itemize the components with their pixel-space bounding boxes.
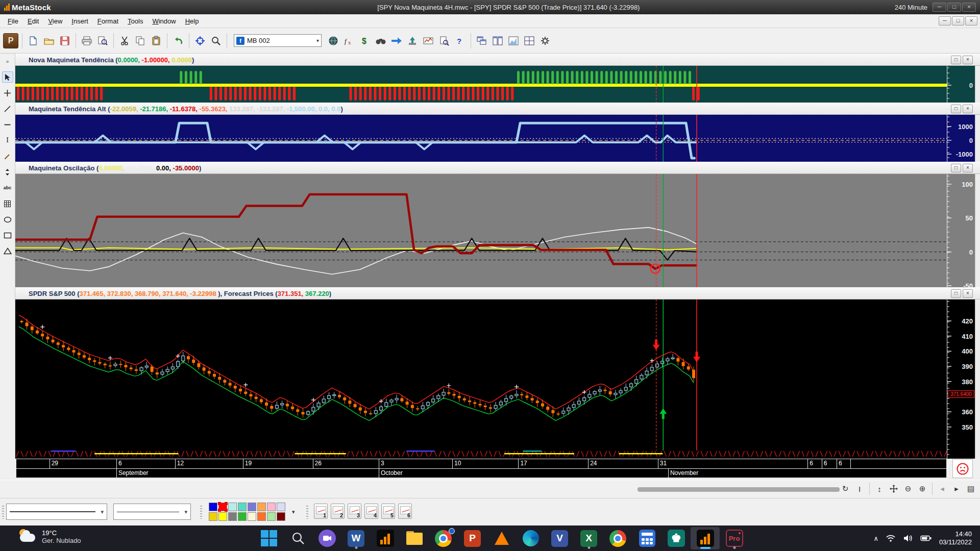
downloader-icon[interactable]	[421, 34, 435, 48]
prev-button[interactable]: ◂	[936, 482, 948, 495]
line-weight-select[interactable]: ▾	[113, 504, 191, 520]
tool-pencil[interactable]	[2, 151, 13, 162]
tool-pointer[interactable]	[2, 71, 13, 83]
chart-layout-button-4[interactable]: 4	[364, 504, 378, 519]
taskbar-excel-icon[interactable]: X	[574, 527, 603, 549]
mdi-restore-button[interactable]: □	[952, 16, 964, 26]
color-swatch[interactable]	[248, 503, 256, 511]
power-console-button[interactable]: P	[3, 33, 18, 48]
taskbar-metastock-icon[interactable]	[371, 527, 400, 549]
color-swatch[interactable]	[209, 512, 217, 521]
crosshair-pointer-icon[interactable]	[193, 34, 207, 48]
refresh-button[interactable]: ↻	[839, 482, 851, 495]
panel-p4-restore-button[interactable]: □	[951, 289, 961, 298]
mdi-minimize-button[interactable]: ─	[939, 16, 951, 26]
dollar-scan-icon[interactable]: $	[358, 34, 372, 48]
tool-grid[interactable]	[2, 198, 13, 209]
taskbar-start-icon[interactable]	[254, 527, 283, 549]
panel-p2-close-button[interactable]: ×	[963, 105, 973, 113]
panel-p1-close-button[interactable]: ×	[963, 56, 973, 64]
clock-widget[interactable]: 14:40 03/11/2022	[939, 530, 972, 546]
new-chart-icon[interactable]	[26, 34, 40, 48]
color-swatch[interactable]	[238, 503, 247, 511]
explorer-globe-icon[interactable]	[326, 34, 340, 48]
tool-rectangle[interactable]	[2, 230, 13, 241]
color-swatch[interactable]	[218, 503, 227, 511]
taskbar-visio-icon[interactable]: V	[545, 527, 574, 549]
paste-icon[interactable]	[149, 34, 163, 48]
weather-widget[interactable]: 19°C Ger. Nublado	[18, 528, 81, 545]
taskbar-vlc-icon[interactable]	[487, 527, 516, 549]
taskbar-metastock-active-icon[interactable]	[691, 527, 720, 549]
taskbar-chrome-icon[interactable]	[429, 527, 458, 549]
v-resize-button[interactable]: ↕	[873, 482, 886, 495]
tool-text-abc[interactable]: abc	[2, 182, 13, 193]
settings-gear-icon[interactable]	[538, 34, 552, 48]
taskbar-word-icon[interactable]: W	[341, 527, 371, 549]
close-button[interactable]: ×	[962, 3, 976, 12]
panel-p2-restore-button[interactable]: □	[951, 105, 961, 113]
chart-p4[interactable]	[15, 299, 947, 459]
toolbar-grip[interactable]	[306, 506, 308, 519]
taskbar-camera-app-icon[interactable]	[312, 527, 341, 549]
tool-crosshair[interactable]	[2, 87, 13, 98]
panel-p3-restore-button[interactable]: □	[951, 164, 961, 172]
color-swatch[interactable]	[257, 503, 266, 511]
toolbar-grip[interactable]	[200, 506, 202, 519]
minimize-button[interactable]: ─	[933, 3, 946, 12]
tile-windows-icon[interactable]	[491, 34, 505, 48]
menu-format[interactable]: Format	[93, 15, 123, 27]
color-swatch[interactable]	[228, 512, 237, 521]
menu-list-button[interactable]: ▤	[965, 482, 977, 495]
menu-help[interactable]: Help	[181, 15, 204, 27]
color-swatch[interactable]	[277, 512, 285, 521]
tray-chevron-up-icon[interactable]: ∧	[873, 535, 878, 542]
chart-p2[interactable]	[15, 115, 947, 162]
help-pointer-icon[interactable]: ?	[453, 34, 467, 48]
zoom-tool-icon[interactable]	[209, 34, 223, 48]
chart-p1[interactable]	[15, 66, 947, 103]
toolbar-grip[interactable]	[2, 506, 4, 519]
tool-overflow-chevrons[interactable]: »	[2, 56, 13, 67]
tool-trendline[interactable]	[2, 103, 13, 114]
copy-icon[interactable]	[133, 34, 148, 48]
color-swatch[interactable]	[267, 512, 276, 521]
zoom-in-button[interactable]: ⊕	[916, 482, 928, 495]
panel-p3-close-button[interactable]: ×	[963, 164, 973, 172]
chart-layout-button-6[interactable]: 6	[398, 504, 412, 519]
maximize-button[interactable]: □	[947, 3, 961, 12]
menu-view[interactable]: View	[43, 15, 67, 27]
zoom-out-button[interactable]: ⊖	[902, 482, 914, 495]
taskbar-powerpoint-icon[interactable]: P	[458, 527, 487, 549]
cut-icon[interactable]	[117, 34, 132, 48]
chart-style-icon[interactable]	[506, 34, 521, 48]
system-status-sad-face-icon[interactable]	[952, 459, 973, 478]
chart-p3[interactable]	[15, 174, 947, 287]
menu-edit[interactable]: Edit	[23, 15, 43, 27]
line-style-select[interactable]: ▾	[6, 504, 107, 520]
palette-dropdown-arrow[interactable]: ▾	[292, 509, 295, 515]
volume-icon[interactable]	[903, 534, 913, 542]
upload-data-icon[interactable]	[405, 34, 420, 48]
menu-tools[interactable]: Tools	[123, 15, 148, 27]
taskbar-search-icon[interactable]	[283, 527, 312, 549]
color-swatch[interactable]	[267, 503, 276, 511]
color-swatch[interactable]	[238, 512, 247, 521]
chart-layout-button-1[interactable]: 1	[314, 504, 328, 519]
tool-text-cursor[interactable]: I	[2, 135, 13, 146]
tool-horizontal-line[interactable]	[2, 119, 13, 130]
taskbar-file-explorer-icon[interactable]	[400, 527, 429, 549]
print-icon[interactable]	[80, 34, 94, 48]
indicator-fx-icon[interactable]: fx	[342, 34, 356, 48]
undo-icon[interactable]	[171, 34, 185, 48]
chart-layout-button-2[interactable]: 2	[331, 504, 345, 519]
taskbar-calculator-icon[interactable]	[632, 527, 662, 549]
grid-layout-icon[interactable]	[522, 34, 536, 48]
color-swatch[interactable]	[228, 503, 237, 511]
chart-layout-button-5[interactable]: 5	[381, 504, 395, 519]
tool-scroll-arrows[interactable]	[2, 166, 13, 178]
forecast-arrow-icon[interactable]	[389, 34, 404, 48]
taskbar-edge-icon[interactable]	[516, 527, 545, 549]
menu-file[interactable]: File	[3, 15, 23, 27]
taskbar-chrome2-icon[interactable]	[603, 527, 632, 549]
